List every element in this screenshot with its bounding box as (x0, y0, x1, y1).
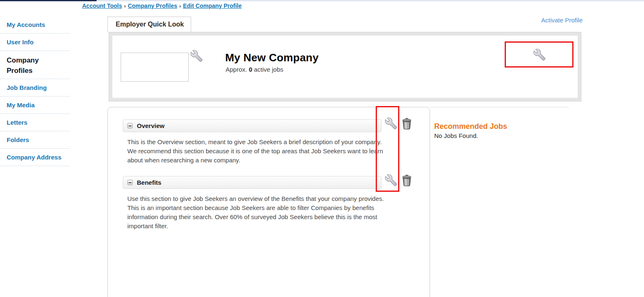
edit-logo-wrench-icon[interactable] (190, 50, 203, 62)
active-jobs-count: Approx. 0 active jobs (226, 66, 283, 73)
window-top-accent (0, 0, 644, 1)
overview-section-title: Overview (137, 122, 165, 129)
benefits-section-header[interactable]: Benefits (123, 176, 382, 189)
benefits-edit-wrench-icon[interactable] (385, 174, 397, 186)
company-header-panel: My New Company Approx. 0 active jobs (109, 32, 581, 101)
sidebar-item-folders[interactable]: Folders (0, 131, 70, 149)
sidebar-item-my-media[interactable]: My Media (0, 97, 70, 114)
breadcrumb: Account Tools›Company Profiles›Edit Comp… (82, 2, 242, 9)
sidebar-item-user-info[interactable]: User Info (0, 34, 70, 51)
top-accent-light-segment (97, 0, 644, 1)
recommended-jobs-title: Recommended Jobs (434, 122, 569, 131)
edit-header-wrench-icon[interactable] (533, 48, 546, 61)
benefits-section-title: Benefits (137, 179, 161, 186)
active-jobs-suffix: active jobs (254, 66, 283, 73)
no-jobs-found-message: No Jobs Found. (434, 132, 569, 139)
breadcrumb-edit-company-profile[interactable]: Edit Company Profile (183, 2, 242, 9)
overview-edit-wrench-icon[interactable] (385, 117, 397, 130)
overview-section-header[interactable]: Overview (123, 119, 382, 132)
company-name-title: My New Company (225, 51, 318, 64)
sidebar-item-my-accounts[interactable]: My Accounts (0, 16, 70, 34)
collapse-minus-icon[interactable] (127, 123, 133, 128)
sidebar-item-job-branding[interactable]: Job Branding (0, 79, 70, 97)
company-logo-placeholder (121, 53, 189, 82)
tab-employer-quick-look[interactable]: Employer Quick Look (107, 17, 191, 32)
active-jobs-prefix: Approx. (226, 66, 247, 73)
activate-profile-link[interactable]: Activate Profile (541, 17, 583, 24)
benefits-section-text: Use this section to give Job Seekers an … (127, 194, 391, 231)
overview-section-text: This is the Overview section, meant to g… (127, 138, 391, 165)
sidebar-nav: My Accounts User Info Company Profiles J… (0, 16, 70, 166)
collapse-minus-icon[interactable] (127, 180, 133, 185)
sidebar-item-company-address[interactable]: Company Address (0, 149, 70, 166)
top-accent-dark-segment (0, 0, 97, 1)
recommended-jobs-panel: Recommended Jobs No Jobs Found. (430, 107, 569, 139)
benefits-delete-trash-icon[interactable] (401, 174, 413, 186)
sidebar-item-company-profiles[interactable]: Company Profiles (0, 51, 70, 79)
company-header-inner: My New Company Approx. 0 active jobs (112, 36, 578, 98)
overview-delete-trash-icon[interactable] (401, 118, 413, 130)
breadcrumb-separator: › (124, 3, 126, 9)
sidebar-item-letters[interactable]: Letters (0, 114, 70, 131)
breadcrumb-separator: › (179, 3, 181, 9)
breadcrumb-company-profiles[interactable]: Company Profiles (128, 2, 177, 9)
profile-sections-card: Overview This is the Overview section, m… (107, 107, 430, 297)
breadcrumb-account-tools[interactable]: Account Tools (82, 2, 122, 9)
active-jobs-number: 0 (249, 66, 252, 73)
